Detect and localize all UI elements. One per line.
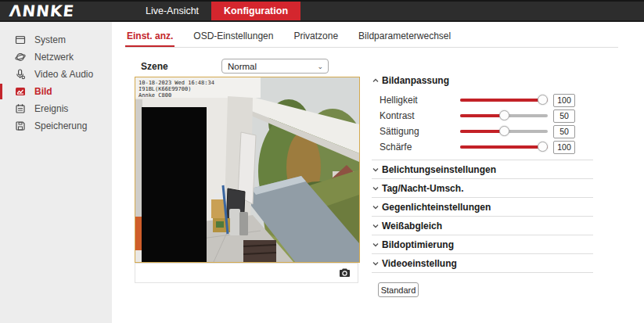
chevron-up-icon — [372, 77, 380, 84]
chevron-down-icon — [372, 166, 380, 174]
kontrast-slider[interactable] — [460, 114, 548, 117]
nav-configuration[interactable]: Konfiguration — [211, 2, 300, 20]
sidebar-item-bild[interactable]: Bild — [0, 83, 112, 100]
sidebar-item-speicherung[interactable]: Speicherung — [0, 117, 112, 135]
chevron-down-icon — [372, 185, 380, 192]
slider-fill — [460, 145, 548, 149]
tab-osd-einstellungen[interactable]: OSD-Einstellungen — [192, 27, 275, 47]
slider-fill — [460, 130, 504, 133]
schaerfe-slider[interactable] — [460, 145, 548, 149]
osd-timestamp: 10-18-2023 Wed 16:48:34 — [139, 80, 214, 86]
chevron-down-icon — [372, 222, 380, 230]
szene-select[interactable]: Normal ⌄ — [221, 59, 329, 74]
saettigung-value-box[interactable]: 50 — [553, 125, 575, 138]
slider-row-helligkeit: Helligkeit 100 — [380, 92, 593, 108]
top-bar: ΛNNKE Live-Ansicht Konfiguration — [0, 0, 644, 22]
tab-bildparameterwechsel[interactable]: Bildparameterwechsel — [357, 27, 452, 47]
section-weissabgleich[interactable]: Weißabgleich — [372, 217, 593, 235]
section-label: Videoeinstellung — [382, 258, 457, 269]
nav-live-view[interactable]: Live-Ansicht — [133, 2, 211, 20]
helligkeit-value-box[interactable]: 100 — [553, 94, 575, 107]
image-adjust-sliders: Helligkeit 100 Kontrast 50 Sättigung — [372, 86, 593, 160]
osd-overlay: 10-18-2023 Wed 16:48:34I91BL(K66E99700)A… — [139, 80, 214, 99]
slider-knob[interactable] — [499, 126, 509, 136]
section-gegenlichteinstellungen[interactable]: Gegenlichteinstellungen — [372, 198, 593, 217]
image-icon — [14, 86, 26, 98]
osd-camera-name: Annke C800 — [139, 92, 171, 99]
osd-device-id: I91BL(K66E99700) — [139, 86, 191, 92]
slider-knob[interactable] — [538, 142, 548, 152]
schaerfe-value-box[interactable]: 100 — [553, 141, 575, 154]
slider-row-kontrast: Kontrast 50 — [380, 108, 593, 124]
sidebar-item-label: Ereignis — [34, 103, 68, 114]
section-tag-nacht-umsch[interactable]: Tag/Nacht-Umsch. — [372, 179, 593, 198]
saettigung-slider[interactable] — [460, 130, 548, 133]
video-audio-icon — [14, 69, 26, 81]
slider-knob[interactable] — [499, 110, 509, 120]
tab-privatzone[interactable]: Privatzone — [292, 27, 340, 47]
annke-config-page: ΛNNKE Live-Ansicht Konfiguration System … — [0, 0, 644, 323]
chevron-down-icon — [372, 241, 380, 249]
slider-label: Kontrast — [380, 110, 460, 121]
camera-preview[interactable]: 10-18-2023 Wed 16:48:34I91BL(K66E99700)A… — [135, 77, 360, 263]
section-videoeinstellung[interactable]: Videoeinstellung — [372, 254, 593, 273]
image-settings-panel: Bildanpassung Helligkeit 100 Kontrast 50 — [372, 75, 593, 297]
chevron-down-icon — [372, 203, 380, 211]
storage-icon — [14, 120, 26, 132]
sidebar-item-netzwerk[interactable]: Netzwerk — [0, 48, 112, 66]
kontrast-value-box[interactable]: 50 — [553, 109, 575, 123]
slider-row-schaerfe: Schärfe 100 — [380, 139, 593, 155]
sidebar-item-video-audio[interactable]: Video & Audio — [0, 66, 112, 83]
sidebar-item-system[interactable]: System — [0, 31, 112, 48]
slider-label: Sättigung — [380, 126, 460, 137]
sidebar-item-ereignis[interactable]: Ereignis — [0, 100, 112, 117]
annke-logo: ΛNNKE — [9, 0, 76, 22]
tab-einst-anz[interactable]: Einst. anz. — [125, 27, 174, 47]
sidebar-item-label: Speicherung — [34, 120, 87, 131]
chevron-down-icon — [372, 260, 380, 267]
section-label: Bildoptimierung — [382, 239, 454, 250]
settings-tabstrip: Einst. anz. OSD-Einstellungen Privatzone… — [125, 27, 618, 48]
event-icon — [14, 103, 26, 115]
slider-row-saettigung: Sättigung 50 — [380, 124, 593, 139]
section-label: Bildanpassung — [382, 75, 449, 86]
slider-label: Schärfe — [380, 142, 460, 153]
section-label: Weißabgleich — [382, 221, 442, 231]
camera-icon[interactable] — [339, 268, 351, 278]
slider-fill — [460, 99, 548, 102]
section-label: Tag/Nacht-Umsch. — [382, 183, 463, 194]
section-label: Gegenlichteinstellungen — [382, 202, 491, 213]
sidebar: System Netzwerk Video & Audio Bild Ereig… — [0, 22, 112, 323]
network-icon — [14, 52, 26, 63]
sidebar-item-label: Video & Audio — [34, 69, 93, 80]
section-bildoptimierung[interactable]: Bildoptimierung — [372, 235, 593, 254]
section-belichtungseinstellungen[interactable]: Belichtungseinstellungen — [372, 160, 593, 179]
chevron-down-icon: ⌄ — [317, 63, 323, 70]
section-label: Belichtungseinstellungen — [382, 164, 496, 175]
szene-select-value: Normal — [228, 62, 257, 71]
preview-scene — [135, 77, 359, 262]
sidebar-item-label: System — [34, 34, 66, 45]
szene-label: Szene — [141, 61, 168, 72]
standard-button[interactable]: Standard — [378, 282, 419, 297]
section-bildanpassung[interactable]: Bildanpassung — [372, 75, 593, 86]
top-nav: Live-Ansicht Konfiguration — [133, 0, 300, 22]
system-icon — [14, 34, 26, 46]
helligkeit-slider[interactable] — [460, 99, 548, 102]
slider-label: Helligkeit — [380, 95, 460, 106]
sidebar-item-label: Netzwerk — [34, 52, 74, 63]
snapshot-bar — [135, 263, 358, 283]
slider-fill — [460, 114, 504, 117]
sidebar-item-label: Bild — [34, 86, 52, 97]
slider-knob[interactable] — [538, 95, 548, 105]
